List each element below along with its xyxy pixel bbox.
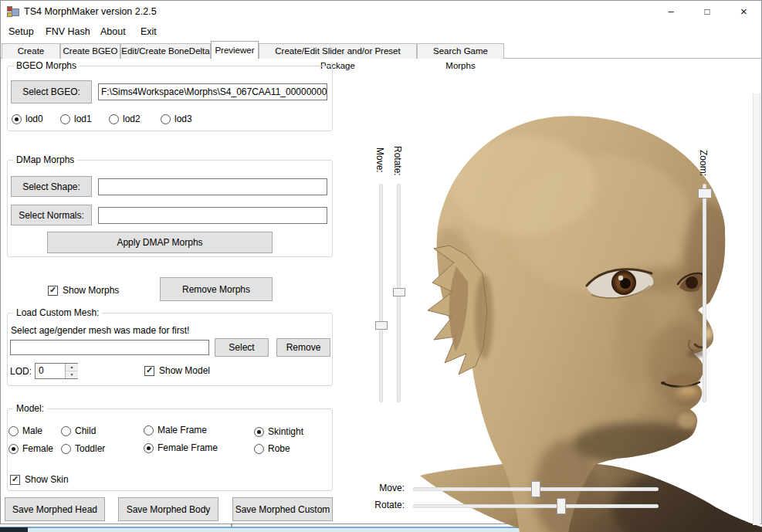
radio-female-label: Female: [22, 443, 53, 454]
dmap-group-title: DMap Morphs: [13, 154, 77, 165]
normals-path-field[interactable]: [98, 207, 327, 224]
move-horizontal-thumb[interactable]: [531, 481, 540, 497]
radio-lod1[interactable]: lod1: [60, 114, 92, 124]
radio-robe[interactable]: Robe: [254, 443, 290, 454]
radio-male-label: Male: [22, 425, 42, 436]
app-window: TS4 MorphMaker version 2.2.5 – □ × Setup…: [0, 0, 762, 524]
select-bgeo-button[interactable]: Select BGEO:: [11, 80, 92, 103]
bgeo-group-title: BGEO Morphs: [13, 60, 80, 71]
lod-spinner-value: 0: [39, 364, 44, 378]
rotate-horizontal-track[interactable]: [413, 504, 659, 508]
menubar: Setup FNV Hash About Exit: [1, 22, 761, 41]
radio-toddler-circle: [61, 444, 71, 454]
radio-lod0-label: lod0: [25, 114, 43, 124]
radio-female-frame-circle: [144, 443, 154, 453]
radio-toddler-label: Toddler: [75, 443, 105, 454]
show-model-box: [144, 366, 154, 376]
minimize-button[interactable]: –: [653, 1, 689, 22]
radio-lod0-circle: [12, 114, 22, 124]
rotate-vertical-thumb[interactable]: [393, 288, 405, 296]
show-skin-checkbox[interactable]: Show Skin: [10, 474, 69, 485]
model-group-title: Model:: [13, 403, 47, 414]
tab-previewer[interactable]: Previewer: [211, 41, 259, 59]
radio-female-circle: [8, 444, 19, 454]
move-vertical-track[interactable]: [379, 184, 383, 402]
radio-male[interactable]: Male: [8, 425, 42, 436]
save-morphed-custom-button[interactable]: Save Morphed Custom: [232, 497, 333, 521]
show-skin-label: Show Skin: [25, 474, 69, 485]
save-morphed-body-button[interactable]: Save Morphed Body: [118, 497, 218, 521]
radio-robe-circle: [254, 444, 264, 454]
move-vertical-label: Move:: [374, 147, 385, 173]
radio-lod3-label: lod3: [174, 114, 192, 124]
3d-head-preview[interactable]: [408, 108, 762, 532]
show-morphs-label: Show Morphs: [63, 285, 119, 296]
show-skin-box: [10, 475, 20, 485]
custom-mesh-group-title: Load Custom Mesh:: [13, 307, 102, 318]
tab-strip: Create DMaps Create BGEO Edit/Create Bon…: [1, 41, 761, 59]
lod-spin-up-icon[interactable]: ▲: [66, 364, 78, 371]
radio-male-frame[interactable]: Male Frame: [144, 425, 207, 435]
radio-toddler[interactable]: Toddler: [61, 443, 105, 454]
menu-item-fnv-hash[interactable]: FNV Hash: [44, 22, 92, 41]
menu-item-exit[interactable]: Exit: [139, 22, 158, 41]
radio-male-frame-circle: [144, 425, 154, 435]
show-model-checkbox[interactable]: Show Model: [144, 365, 210, 376]
close-button[interactable]: ×: [726, 1, 762, 22]
right-edge-scrollbar[interactable]: [753, 93, 760, 525]
zoom-track[interactable]: [703, 184, 706, 402]
radio-skintight[interactable]: Skintight: [254, 426, 303, 437]
radio-lod0[interactable]: lod0: [12, 114, 43, 124]
bgeo-path-field[interactable]: F:\Sims4Workspace\Morphs\S4_067CAA11_000…: [98, 83, 327, 100]
zoom-thumb[interactable]: [698, 188, 712, 198]
custom-mesh-remove-button[interactable]: Remove: [276, 338, 330, 357]
radio-robe-label: Robe: [268, 443, 290, 454]
tab-create-bgeo[interactable]: Create BGEO: [60, 43, 120, 59]
radio-male-frame-label: Male Frame: [157, 425, 207, 435]
show-model-label: Show Model: [159, 365, 210, 376]
rotate-horizontal-thumb[interactable]: [557, 498, 566, 514]
custom-mesh-path-field[interactable]: [10, 340, 209, 355]
radio-skintight-label: Skintight: [268, 426, 303, 437]
menu-item-setup[interactable]: Setup: [7, 22, 36, 41]
radio-child[interactable]: Child: [61, 425, 96, 436]
radio-lod2[interactable]: lod2: [109, 114, 141, 124]
titlebar[interactable]: TS4 MorphMaker version 2.2.5 – □ ×: [1, 1, 761, 22]
chin-highlight: [678, 413, 696, 429]
show-morphs-checkbox[interactable]: Show Morphs: [48, 285, 119, 296]
radio-lod3[interactable]: lod3: [161, 114, 192, 124]
rotate-horizontal-label: Rotate:: [370, 500, 405, 510]
shape-path-field[interactable]: [98, 178, 327, 195]
lod-spinner[interactable]: 0 ▲ ▼: [35, 363, 78, 379]
remove-morphs-button[interactable]: Remove Morphs: [160, 277, 273, 301]
radio-female-frame[interactable]: Female Frame: [144, 442, 218, 453]
lod-spin-down-icon[interactable]: ▼: [66, 371, 78, 379]
tab-slider-preset[interactable]: Create/Edit Slider and/or Preset Package: [259, 43, 417, 59]
apply-dmap-button[interactable]: Apply DMAP Morphs: [47, 232, 273, 253]
tab-create-dmaps[interactable]: Create DMaps: [2, 43, 60, 59]
window-title: TS4 MorphMaker version 2.2.5: [24, 1, 157, 22]
menu-item-about[interactable]: About: [99, 22, 127, 41]
radio-female[interactable]: Female: [8, 443, 53, 454]
rotate-vertical-label: Rotate:: [392, 146, 403, 176]
radio-lod1-circle: [60, 114, 70, 124]
tab-search-morphs[interactable]: Search Game Morphs: [417, 43, 504, 59]
radio-lod2-label: lod2: [123, 114, 141, 124]
move-horizontal-label: Move:: [370, 483, 405, 493]
screen: TS4 MorphMaker version 2.2.5 – □ × Setup…: [0, 0, 762, 532]
background-window-fragment: [0, 527, 28, 532]
radio-lod2-circle: [109, 114, 119, 124]
radio-child-label: Child: [75, 425, 96, 436]
app-icon: [7, 5, 19, 18]
lod-label: LOD:: [10, 366, 32, 377]
radio-lod3-circle: [161, 114, 171, 124]
radio-skintight-circle: [254, 427, 264, 437]
tab-edit-bonedelta[interactable]: Edit/Create BoneDelta: [120, 43, 211, 59]
move-vertical-thumb[interactable]: [375, 321, 388, 330]
radio-female-frame-label: Female Frame: [157, 442, 218, 453]
custom-mesh-select-button[interactable]: Select: [215, 338, 269, 357]
select-shape-button[interactable]: Select Shape:: [11, 176, 92, 197]
maximize-button[interactable]: □: [689, 1, 725, 22]
select-normals-button[interactable]: Select Normals:: [11, 205, 92, 225]
save-morphed-head-button[interactable]: Save Morphed Head: [5, 497, 105, 521]
